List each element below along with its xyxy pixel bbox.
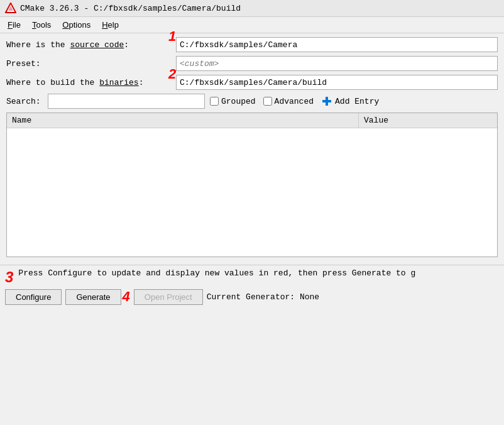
table-header: Name Value	[7, 113, 497, 128]
svg-rect-4	[322, 100, 331, 102]
preset-row: Preset:	[6, 56, 498, 71]
bottom-buttons: Configure Generate 4 Open Project Curren…	[5, 289, 499, 305]
status-message: Press Configure to update and display ne…	[18, 268, 415, 278]
menu-help[interactable]: Help	[97, 19, 124, 31]
configure-button[interactable]: Configure	[5, 289, 62, 305]
advanced-label: Advanced	[275, 97, 314, 106]
source-code-row: 1 Where is the source code:	[6, 37, 498, 52]
menu-tools[interactable]: Tools	[27, 19, 56, 31]
status-bar: 3 Press Configure to update and display …	[0, 265, 504, 308]
grouped-checkbox-label[interactable]: Grouped	[210, 97, 256, 106]
add-entry-icon	[321, 96, 332, 107]
add-entry-button[interactable]: Add Entry	[319, 94, 381, 108]
annotation-3: 3	[5, 268, 13, 286]
cmake-icon	[5, 3, 16, 14]
source-input[interactable]	[176, 37, 498, 52]
search-input[interactable]	[48, 94, 205, 109]
table-body[interactable]	[7, 128, 497, 254]
annotation-4: 4	[123, 289, 130, 305]
search-row: Search: Grouped Advanced Add Entry	[6, 94, 498, 109]
search-label: Search:	[6, 97, 43, 106]
window-title: CMake 3.26.3 - C:/fbxsdk/samples/Camera/…	[20, 4, 241, 13]
cmake-table: Name Value	[6, 113, 498, 257]
binaries-input[interactable]	[176, 75, 498, 90]
current-generator: Current Generator: None	[207, 292, 319, 302]
col-name-header: Name	[7, 113, 359, 128]
menu-bar: File Tools Options Help	[0, 17, 504, 33]
menu-file[interactable]: File	[3, 19, 26, 31]
binaries-row: 2 Where to build the binaries:	[6, 75, 498, 90]
advanced-checkbox-label[interactable]: Advanced	[263, 97, 314, 106]
preset-input[interactable]	[176, 56, 498, 71]
add-entry-label: Add Entry	[335, 97, 379, 106]
col-value-header: Value	[359, 113, 497, 128]
advanced-checkbox[interactable]	[263, 97, 272, 106]
source-label: Where is the source code:	[6, 40, 176, 50]
main-content: 1 Where is the source code: Preset: 2 Wh…	[0, 33, 504, 265]
grouped-label: Grouped	[221, 97, 256, 106]
menu-options[interactable]: Options	[57, 19, 96, 31]
binaries-label: Where to build the binaries:	[6, 78, 176, 87]
preset-label: Preset:	[6, 59, 176, 69]
open-project-button[interactable]: Open Project	[134, 289, 203, 305]
grouped-checkbox[interactable]	[210, 97, 219, 106]
generate-button[interactable]: Generate	[65, 289, 121, 305]
filter-checkboxes: Grouped Advanced	[210, 97, 314, 106]
title-bar: CMake 3.26.3 - C:/fbxsdk/samples/Camera/…	[0, 0, 504, 17]
